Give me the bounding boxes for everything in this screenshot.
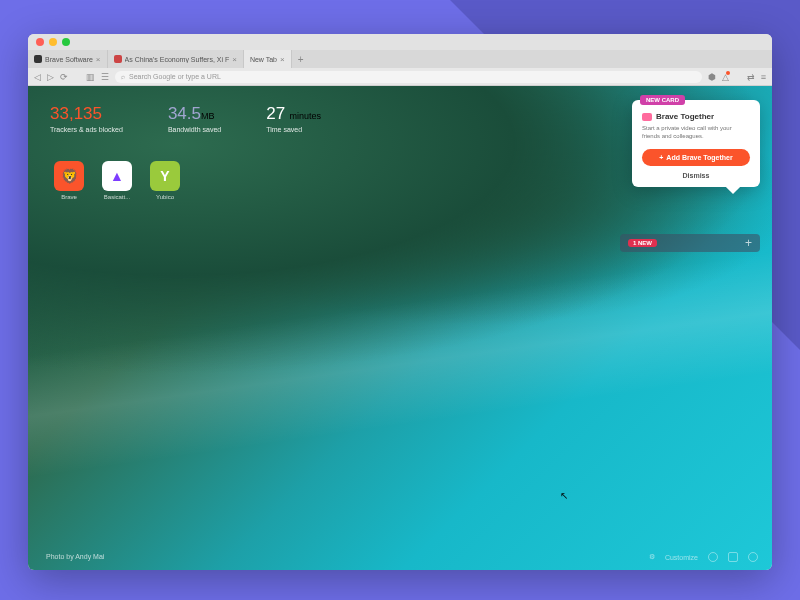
new-count-badge: 1 NEW [628, 239, 657, 247]
stat-time: 27 minutes Time saved [266, 104, 321, 133]
site-label: Brave [61, 194, 77, 200]
back-button[interactable]: ◁ [34, 72, 41, 82]
new-tab-page: 33,135 Trackers & ads blocked 34.5MB Ban… [28, 86, 772, 570]
close-icon[interactable]: × [232, 55, 237, 64]
stat-label: Trackers & ads blocked [50, 126, 123, 133]
new-tab-button[interactable]: + [292, 50, 310, 68]
menu-icon[interactable]: ≡ [761, 72, 766, 82]
toolbar: ◁ ▷ ⟳ ▥ ☰ ⌕ Search Google or type a URL … [28, 68, 772, 86]
top-site-item[interactable]: 🦁 Brave [50, 161, 88, 200]
history-icon[interactable] [748, 552, 758, 562]
window-maximize-button[interactable] [62, 38, 70, 46]
tab-item[interactable]: Brave Software × [28, 50, 108, 68]
add-brave-together-button[interactable]: + Add Brave Together [642, 149, 750, 166]
forward-button[interactable]: ▷ [47, 72, 54, 82]
site-tile-icon: 🦁 [54, 161, 84, 191]
top-site-item[interactable]: ▲ Basicatt... [98, 161, 136, 200]
promo-card: NEW CARD Brave Together Start a private … [632, 100, 760, 187]
sidebar-icon[interactable]: ▥ [86, 72, 95, 82]
tab-item[interactable]: As China's Economy Suffers, Xi F × [108, 50, 244, 68]
stat-value: 34.5 [168, 104, 201, 123]
tab-title: Brave Software [45, 56, 93, 63]
favicon-icon [114, 55, 122, 63]
footer-actions: ⚙ Customize [649, 552, 758, 562]
site-tile-icon: Y [150, 161, 180, 191]
close-icon[interactable]: × [280, 55, 285, 64]
stat-label: Time saved [266, 126, 321, 133]
window-close-button[interactable] [36, 38, 44, 46]
window-minimize-button[interactable] [49, 38, 57, 46]
bookmark-icon[interactable] [728, 552, 738, 562]
customize-button[interactable]: Customize [665, 554, 698, 561]
reload-button[interactable]: ⟳ [60, 72, 68, 82]
close-icon[interactable]: × [96, 55, 101, 64]
button-label: Add Brave Together [666, 154, 732, 161]
settings-icon[interactable]: ⇄ [747, 72, 755, 82]
stat-unit: MB [201, 111, 215, 121]
stat-value: 33,135 [50, 104, 123, 124]
cards-tray[interactable]: 1 NEW + [620, 234, 760, 252]
tab-item-active[interactable]: New Tab × [244, 50, 292, 68]
site-tile-icon: ▲ [102, 161, 132, 191]
video-icon [642, 113, 652, 121]
card-tag-badge: NEW CARD [640, 95, 685, 105]
stat-trackers: 33,135 Trackers & ads blocked [50, 104, 123, 133]
mouse-cursor: ↖ [560, 490, 568, 501]
settings-sliders-icon[interactable]: ⚙ [649, 553, 655, 561]
rewards-icon[interactable]: △ [722, 72, 729, 82]
favicon-icon [34, 55, 42, 63]
site-label: Basicatt... [104, 194, 130, 200]
dismiss-button[interactable]: Dismiss [632, 172, 760, 179]
site-label: Yubico [156, 194, 174, 200]
card-description: Start a private video call with your fri… [632, 125, 760, 149]
tab-title: New Tab [250, 56, 277, 63]
top-site-item[interactable]: Y Yubico [146, 161, 184, 200]
address-placeholder: Search Google or type a URL [129, 73, 221, 80]
stat-label: Bandwidth saved [168, 126, 221, 133]
notification-dot [726, 71, 730, 75]
reader-icon[interactable]: ☰ [101, 72, 109, 82]
card-title: Brave Together [656, 112, 714, 121]
add-card-button[interactable]: + [745, 236, 752, 250]
stat-unit: minutes [290, 111, 322, 121]
shields-icon[interactable]: ⬢ [708, 72, 716, 82]
gear-icon[interactable] [708, 552, 718, 562]
tab-bar: Brave Software × As China's Economy Suff… [28, 50, 772, 68]
window-titlebar [28, 34, 772, 50]
tab-title: As China's Economy Suffers, Xi F [125, 56, 230, 63]
address-bar[interactable]: ⌕ Search Google or type a URL [115, 71, 702, 83]
browser-window: Brave Software × As China's Economy Suff… [28, 34, 772, 570]
top-sites: 🦁 Brave ▲ Basicatt... Y Yubico [50, 161, 184, 200]
stat-bandwidth: 34.5MB Bandwidth saved [168, 104, 221, 133]
stat-value: 27 [266, 104, 285, 123]
plus-icon: + [659, 154, 663, 161]
stats-row: 33,135 Trackers & ads blocked 34.5MB Ban… [50, 104, 321, 133]
search-icon: ⌕ [121, 73, 125, 80]
photo-credit[interactable]: Photo by Andy Mai [46, 553, 104, 560]
